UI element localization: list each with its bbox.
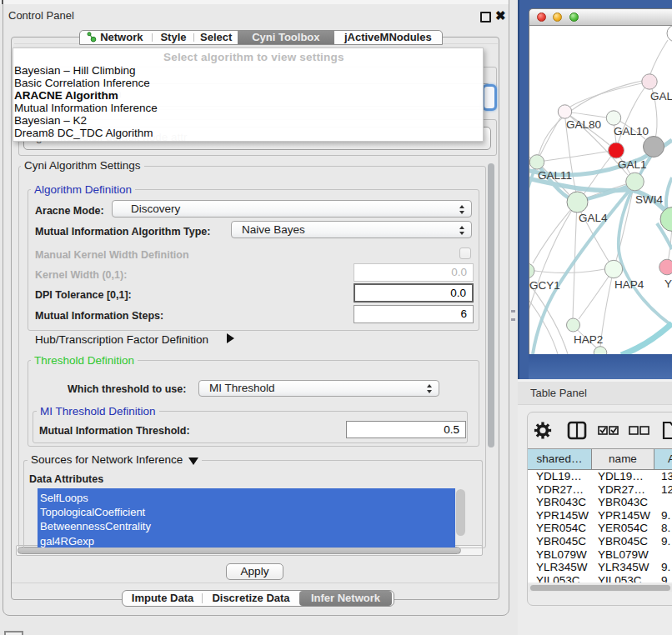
svg-text:GAL11: GAL11 bbox=[538, 169, 572, 182]
svg-text:GAL80: GAL80 bbox=[566, 118, 601, 131]
svg-text:SWI4: SWI4 bbox=[635, 193, 663, 206]
svg-text:GAL10: GAL10 bbox=[614, 125, 649, 138]
svg-text:GAL1: GAL1 bbox=[618, 158, 647, 171]
svg-text:HAP2: HAP2 bbox=[574, 333, 603, 346]
svg-text:GAL7: GAL7 bbox=[650, 90, 672, 102]
svg-text:Y: Y bbox=[664, 278, 672, 290]
svg-text:HAP4: HAP4 bbox=[614, 278, 644, 291]
svg-text:GCY1: GCY1 bbox=[529, 279, 560, 292]
svg-text:GAL4: GAL4 bbox=[579, 212, 608, 224]
